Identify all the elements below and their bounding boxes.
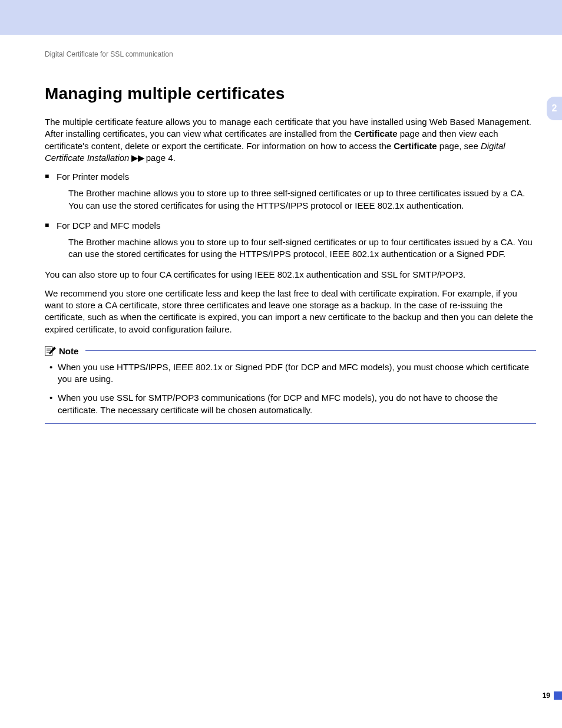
page-title: Managing multiple certificates <box>45 84 536 103</box>
intro-paragraph: The multiple certificate feature allows … <box>45 116 536 164</box>
note-block: Note When you use HTTPS/IPPS, IEEE 802.1… <box>45 346 536 424</box>
ca-cert-paragraph: You can also store up to four CA certifi… <box>45 269 536 281</box>
page-content: Digital Certificate for SSL communicatio… <box>0 35 562 424</box>
page-footer: 19 <box>543 691 562 700</box>
footer-accent-bar <box>554 691 562 700</box>
bullet-head-1: For Printer models <box>57 172 129 182</box>
note-label: Note <box>59 346 78 356</box>
note-pencil-icon <box>45 346 57 357</box>
intro-text-4: page 4. <box>146 153 176 163</box>
bullet-body-2: The Brother machine allows you to store … <box>68 236 536 261</box>
xref-arrows-icon: ▶▶ <box>129 153 146 163</box>
bullet-body-1: The Brother machine allows you to store … <box>68 187 536 212</box>
bullet-dcp-mfc-models: For DCP and MFC models The Brother machi… <box>45 220 536 261</box>
bullet-printer-models: For Printer models The Brother machine a… <box>45 171 536 212</box>
model-bullet-list: For Printer models The Brother machine a… <box>45 171 536 261</box>
bullet-head-2: For DCP and MFC models <box>57 220 160 230</box>
intro-bold-1: Certificate <box>354 129 397 139</box>
note-bottom-rule <box>45 423 536 424</box>
recommendation-paragraph: We recommend you store one certificate l… <box>45 288 536 335</box>
intro-text-3: page, see <box>437 141 481 151</box>
header-bar <box>0 0 562 35</box>
page-number: 19 <box>543 691 550 700</box>
note-header: Note <box>45 346 536 357</box>
note-list: When you use HTTPS/IPPS, IEEE 802.1x or … <box>45 361 536 416</box>
note-item-2: When you use SSL for SMTP/POP3 communica… <box>45 392 536 416</box>
intro-bold-2: Certificate <box>394 141 437 151</box>
note-top-rule <box>85 350 536 351</box>
note-item-1: When you use HTTPS/IPPS, IEEE 802.1x or … <box>45 361 536 386</box>
running-header: Digital Certificate for SSL communicatio… <box>45 50 536 58</box>
